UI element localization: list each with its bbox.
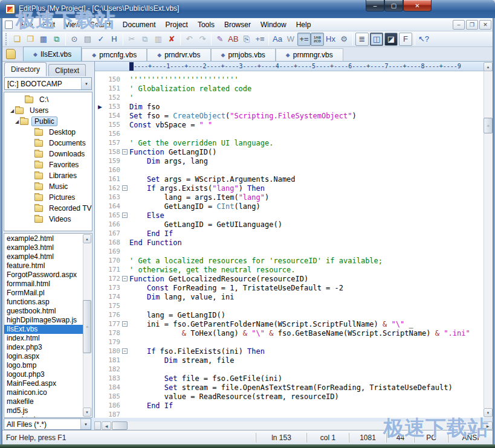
code-line[interactable]: 168End Function (95, 238, 483, 247)
file-item[interactable]: ForgotPassword.aspx (4, 270, 83, 280)
tab-prndrvr.vbs[interactable]: ◆prndrvr.vbs (147, 48, 210, 61)
scroll-left-icon[interactable]: ◀ (102, 421, 111, 430)
code-line[interactable]: 170' Get a localized resources for 'reso… (95, 256, 483, 265)
code-line[interactable]: 177− ini = fso.GetParentFolderName(WScri… (95, 319, 483, 328)
auto-indent-icon[interactable]: +≡ (253, 33, 267, 46)
code-line[interactable]: 158−Function GetLangID() (95, 147, 483, 156)
scroll-up-icon[interactable]: ▲ (484, 62, 493, 71)
tree-item[interactable]: Music (4, 181, 92, 192)
code-line[interactable]: 182 (95, 365, 483, 374)
drive-selector[interactable]: [C:] BOOTCAMP ▼ (4, 77, 92, 90)
print-preview-icon[interactable]: ⊙ (68, 33, 81, 46)
code-line[interactable]: 184 Set stream = file.OpenAsTextStream(F… (95, 383, 483, 392)
code-line[interactable]: 183 Set file = fso.GetFile(ini) (95, 374, 483, 383)
file-item[interactable]: example2.html (4, 234, 83, 243)
menu-tools[interactable]: Tools (193, 19, 219, 30)
line-numbers-icon[interactable]: += (297, 33, 311, 46)
save-all-icon[interactable]: ⧉ (50, 33, 63, 46)
code-line[interactable]: 167 End If (95, 229, 483, 238)
code-line[interactable]: 173 Const ForReading = 1, TristateUseDef… (95, 283, 483, 292)
file-item[interactable]: highDpiImageSwap.js (4, 316, 83, 325)
code-line[interactable]: 155Const vbSpace = " " (95, 120, 483, 129)
highlight-marker-icon[interactable]: ✎ (213, 33, 227, 46)
file-item[interactable]: logo.bmp (4, 361, 83, 370)
code-line[interactable]: 187 (95, 410, 483, 418)
code-line[interactable]: 156 (95, 129, 483, 138)
code-line[interactable]: 169 (95, 247, 483, 256)
view-in-browser-icon[interactable]: H (108, 33, 121, 46)
tab-prnmngr.vbs[interactable]: ◆prnmngr.vbs (276, 48, 343, 61)
mdi-minimize-button[interactable]: – (453, 20, 465, 30)
fold-toggle-icon[interactable]: − (120, 213, 129, 218)
tree-item[interactable]: Documents (4, 138, 92, 149)
spell-check-icon[interactable]: ✓ (94, 33, 108, 46)
sidebar-tab-directory[interactable]: Directory (4, 62, 47, 76)
expand-arrow-icon[interactable]: ◢ (14, 119, 20, 124)
context-help-icon[interactable]: ↖? (417, 33, 430, 46)
code-line[interactable]: 175 (95, 301, 483, 310)
fold-toggle-icon[interactable]: − (120, 276, 129, 281)
code-line[interactable]: 185 value = ReadResource(stream, resourc… (95, 392, 483, 401)
cut-icon[interactable]: ✂ (125, 33, 138, 46)
code-line[interactable]: 176 lang = GetLangID() (95, 310, 483, 319)
column-ruler-icon[interactable]: 1AB 2CD (311, 33, 324, 46)
dropdown-arrow-icon[interactable]: ▼ (81, 78, 91, 89)
code-line[interactable]: 181 Dim stream, file (95, 356, 483, 365)
scroll-down-icon[interactable]: ▼ (83, 408, 91, 417)
fold-toggle-icon[interactable]: − (120, 321, 129, 327)
redo-icon[interactable]: ↷ (196, 33, 209, 46)
tab-prnjobs.vbs[interactable]: ◆prnjobs.vbs (211, 48, 276, 61)
document-selector-icon[interactable] (6, 49, 16, 59)
scroll-down-icon[interactable]: ▼ (484, 408, 493, 417)
new-document-icon[interactable]: ❏ (10, 33, 24, 46)
dropdown-arrow-icon[interactable]: ▼ (80, 419, 91, 429)
hex-viewer-icon[interactable]: Hx (324, 33, 337, 46)
file-list-scroll-thumb[interactable]: ≡ (83, 300, 91, 353)
tree-item[interactable]: ◢Users (4, 105, 92, 116)
code-line[interactable]: 164 GetLangID = CInt(lang) (95, 202, 483, 211)
code-line[interactable]: 174 Dim lang, value, ini (95, 292, 483, 301)
fold-toggle-icon[interactable]: − (120, 348, 129, 354)
tree-item[interactable]: Desktop (4, 127, 92, 138)
tree-item[interactable]: C:\ (4, 94, 92, 105)
menu-document[interactable]: Document (118, 19, 161, 30)
code-line[interactable]: 154Set fso = CreateObject("Scripting.Fil… (95, 111, 483, 120)
tab-IlsExt.vbs[interactable]: ◆IlsExt.vbs (23, 46, 82, 61)
code-line[interactable]: 161 Set args = WScript.Arguments.Named (95, 174, 483, 184)
tab-prncnfg.vbs[interactable]: ◆prncnfg.vbs (82, 48, 147, 61)
tree-item[interactable]: Recorded TV (4, 203, 92, 214)
mdi-close-button[interactable]: ✕ (479, 20, 491, 30)
close-button[interactable]: ✕ (403, 0, 432, 11)
file-item[interactable]: functions.asp (4, 298, 83, 307)
copy-icon[interactable]: ⧉ (138, 33, 152, 46)
menu-browser[interactable]: Browser (219, 19, 256, 30)
tree-item[interactable]: Pictures (4, 192, 92, 203)
code-line[interactable]: 150''''''''''''''''''''''''' (95, 75, 483, 84)
code-line[interactable]: 165− Else (95, 211, 483, 220)
code-line[interactable]: 180− If fso.FileExists(ini) Then (95, 347, 483, 356)
save-icon[interactable]: ▦ (37, 33, 50, 46)
code-line[interactable]: ▶153Dim fso (95, 102, 483, 111)
toolbar-grip[interactable] (5, 33, 8, 45)
code-line[interactable]: 179 (95, 338, 483, 347)
file-item[interactable]: FormMail.pl (4, 289, 83, 298)
code-line[interactable]: 171' otherwise, get the neutral resource… (95, 265, 483, 274)
tree-item[interactable]: Favorites (4, 159, 92, 170)
delete-icon[interactable]: ✘ (165, 33, 178, 46)
menu-file[interactable]: File (16, 19, 37, 30)
fold-toggle-icon[interactable]: − (120, 149, 129, 155)
file-item[interactable]: formmail.html (4, 280, 83, 289)
case-convert-icon[interactable]: AB (227, 33, 240, 46)
copy-as-html-icon[interactable]: ⎘ (240, 33, 253, 46)
expand-arrow-icon[interactable]: ◢ (9, 108, 15, 114)
file-item[interactable]: example4.html (4, 252, 83, 261)
font-icon[interactable]: Aa (271, 33, 284, 46)
code-line[interactable]: 151' Globalization related code (95, 84, 483, 93)
directory-window-icon[interactable]: ◫ (370, 33, 383, 46)
paste-icon[interactable]: ▥ (152, 33, 165, 46)
code-editor[interactable]: 150'''''''''''''''''''''''''151' Globali… (95, 72, 483, 418)
code-line[interactable]: 163 lang = args.Item("lang") (95, 193, 483, 202)
code-line[interactable]: 160 (95, 165, 483, 174)
menu-help[interactable]: Help (291, 19, 316, 30)
horizontal-scrollbar[interactable]: ◀ ▶ (94, 421, 493, 430)
